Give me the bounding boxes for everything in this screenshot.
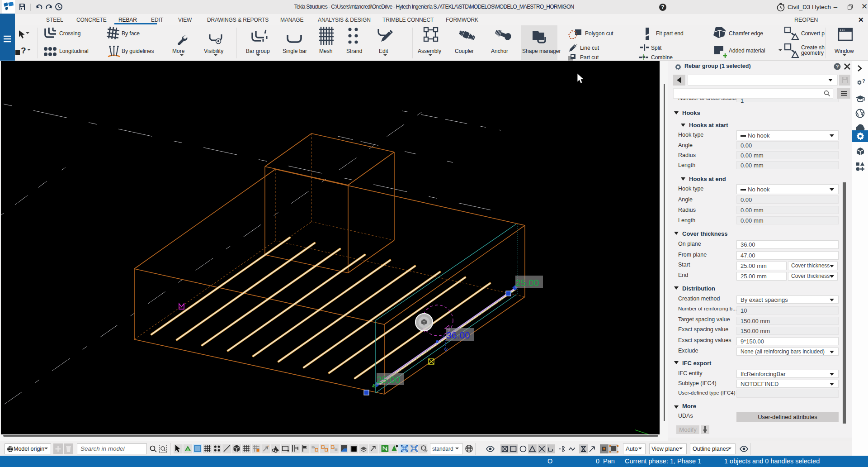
svg-text:?: ? — [862, 79, 865, 84]
svg-text:?: ? — [836, 64, 839, 69]
svg-text:25.00: 25.00 — [515, 277, 539, 288]
svg-text:?: ? — [21, 46, 26, 55]
svg-text:36.00: 36.00 — [446, 330, 470, 340]
svg-text:25.00: 25.00 — [377, 374, 401, 385]
svg-text:?: ? — [661, 4, 664, 10]
